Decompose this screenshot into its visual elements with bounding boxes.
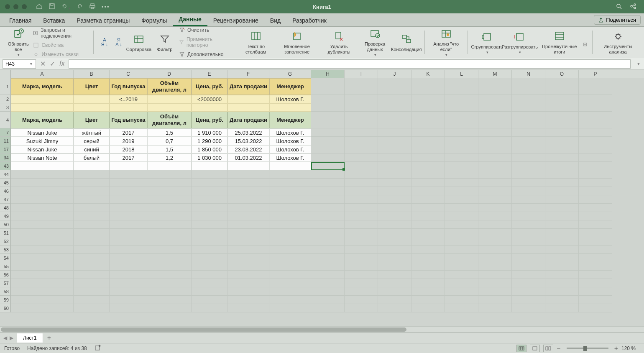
cell[interactable]: 0,7 [147, 137, 192, 145]
cell[interactable] [512, 229, 545, 237]
cell[interactable] [192, 304, 227, 312]
cell[interactable]: 1 290 000 [192, 137, 227, 145]
col-header-K[interactable]: K [411, 70, 445, 78]
cell[interactable] [147, 237, 192, 246]
cell[interactable] [269, 287, 311, 296]
cell[interactable] [192, 262, 227, 271]
cell[interactable]: Шолохов Г. [269, 153, 311, 162]
cell[interactable]: Марка, модель [11, 78, 74, 95]
cell[interactable] [378, 296, 411, 304]
cell[interactable] [147, 162, 192, 170]
row-header[interactable]: 50 [0, 220, 11, 229]
row-header[interactable]: 56 [0, 271, 11, 279]
prev-sheet-icon[interactable]: ◀ [3, 335, 7, 341]
ribbon-tab-7[interactable]: Разработчик [286, 15, 332, 26]
cell[interactable] [579, 103, 612, 112]
cell[interactable] [378, 128, 411, 137]
cell[interactable] [74, 287, 110, 296]
cell[interactable] [11, 304, 74, 312]
cell[interactable] [11, 195, 74, 204]
cell[interactable] [445, 179, 478, 187]
ribbon-tab-0[interactable]: Главная [3, 15, 37, 26]
cell[interactable] [512, 271, 545, 279]
cell[interactable] [545, 204, 579, 212]
cell[interactable] [445, 246, 478, 254]
search-icon[interactable] [616, 3, 622, 11]
cell[interactable] [378, 229, 411, 237]
cell[interactable] [579, 145, 612, 153]
cell[interactable]: Шолохов Г. [269, 137, 311, 145]
sort-button[interactable]: Сортировка [127, 33, 151, 52]
cell[interactable] [512, 287, 545, 296]
row-header[interactable]: 45 [0, 179, 11, 187]
cell[interactable] [378, 246, 411, 254]
confirm-formula-icon[interactable]: ✓ [50, 60, 55, 68]
cell[interactable] [110, 237, 147, 246]
cell[interactable] [411, 254, 445, 262]
cell[interactable] [74, 187, 110, 195]
cell[interactable] [445, 187, 478, 195]
cell[interactable] [311, 195, 345, 204]
cell[interactable] [378, 195, 411, 204]
cell[interactable]: Объём двигателя, л [147, 78, 192, 95]
data-validation-button[interactable]: Проверка данных▾ [359, 27, 391, 57]
cell[interactable] [545, 262, 579, 271]
cell[interactable] [269, 279, 311, 287]
cell[interactable]: 2017 [110, 153, 147, 162]
cell[interactable]: 1 030 000 [192, 153, 227, 162]
cell[interactable] [311, 262, 345, 271]
cell[interactable] [579, 279, 612, 287]
cell[interactable] [579, 212, 612, 220]
sort-desc-button[interactable]: ЯA ↓ [113, 36, 125, 49]
cell[interactable] [512, 112, 545, 128]
cell[interactable] [378, 145, 411, 153]
cell[interactable] [147, 95, 192, 103]
cell[interactable] [445, 128, 478, 137]
cell[interactable] [545, 170, 579, 179]
cell[interactable] [378, 137, 411, 145]
cell[interactable] [445, 153, 478, 162]
row-header[interactable]: 55 [0, 262, 11, 271]
ribbon-tab-4[interactable]: Данные [173, 13, 207, 26]
cell[interactable]: 2018 [110, 145, 147, 153]
cell[interactable] [110, 287, 147, 296]
cell[interactable] [11, 204, 74, 212]
consolidate-button[interactable]: Консолидация [394, 33, 419, 52]
cell[interactable] [579, 220, 612, 229]
cell[interactable] [545, 112, 579, 128]
cell[interactable] [269, 187, 311, 195]
row-header[interactable]: 51 [0, 229, 11, 237]
cell[interactable] [478, 103, 512, 112]
cell[interactable]: <=2019 [110, 95, 147, 103]
cell[interactable] [378, 162, 411, 170]
cell[interactable] [110, 246, 147, 254]
cell[interactable] [227, 204, 269, 212]
cell[interactable] [192, 162, 227, 170]
share-button[interactable]: Поделиться [594, 15, 641, 25]
close-window[interactable] [5, 4, 10, 9]
cell[interactable] [378, 237, 411, 246]
cell[interactable] [378, 187, 411, 195]
cell[interactable] [512, 279, 545, 287]
cell[interactable] [11, 262, 74, 271]
cell[interactable]: Год выпуска [110, 112, 147, 128]
cell[interactable] [478, 246, 512, 254]
cell[interactable] [269, 204, 311, 212]
cell[interactable] [478, 162, 512, 170]
cell[interactable] [378, 179, 411, 187]
cell[interactable] [345, 112, 378, 128]
cell[interactable] [478, 179, 512, 187]
cell[interactable] [227, 287, 269, 296]
formula-input[interactable] [69, 59, 631, 69]
cell[interactable] [512, 262, 545, 271]
cell[interactable] [579, 137, 612, 145]
cell[interactable] [269, 195, 311, 204]
cell[interactable] [110, 304, 147, 312]
cell[interactable]: Шолохов Г. [269, 95, 311, 103]
cell[interactable] [74, 271, 110, 279]
cell[interactable] [227, 296, 269, 304]
cell[interactable] [512, 179, 545, 187]
cell[interactable] [110, 170, 147, 179]
row-header[interactable]: 43 [0, 162, 11, 170]
cell[interactable] [345, 212, 378, 220]
